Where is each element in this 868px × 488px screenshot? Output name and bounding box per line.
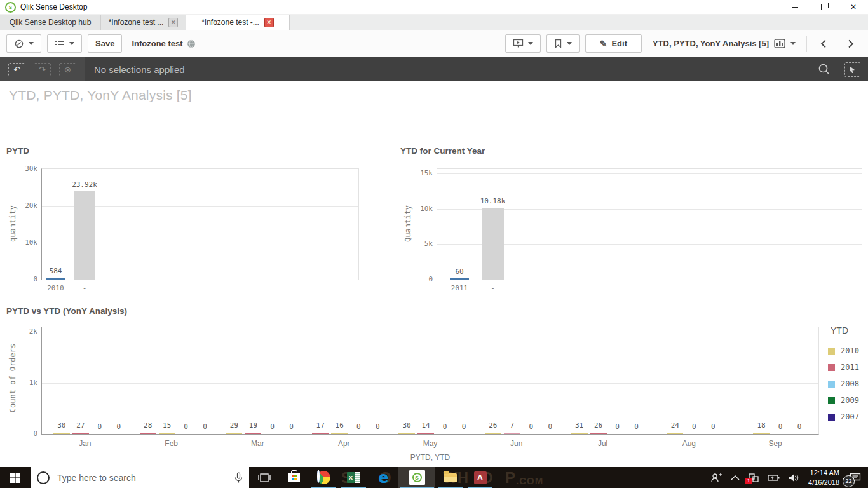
toolbar-divider	[806, 36, 807, 52]
selections-bar-right	[818, 57, 860, 81]
bar-2011[interactable]	[450, 278, 469, 280]
bar-value-label: 0	[117, 423, 121, 431]
legend-item-2008[interactable]: 2008	[828, 376, 859, 392]
selections-tool-icon[interactable]	[844, 62, 860, 77]
bar-Jan[interactable]	[72, 433, 89, 434]
bar-Mar[interactable]	[226, 433, 242, 434]
tab-close-icon[interactable]: ✕	[168, 18, 178, 27]
bar-Jun[interactable]	[485, 433, 501, 434]
bar-value-label: 30	[57, 421, 65, 430]
bar--[interactable]	[74, 191, 95, 280]
bar-value-label: 7	[510, 421, 514, 430]
storytelling-button[interactable]	[505, 34, 541, 53]
bar-Feb[interactable]	[140, 433, 156, 434]
x-axis-month: Feb	[165, 439, 178, 448]
window-titlebar: S Qlik Sense Desktop ✕	[0, 0, 868, 15]
app-name-label: Infozone test	[132, 39, 182, 48]
app-objects-button[interactable]	[47, 34, 82, 53]
close-button[interactable]: ✕	[839, 0, 868, 14]
tab-hub[interactable]: Qlik Sense Desktop hub	[0, 15, 101, 30]
bar-Jul[interactable]	[590, 433, 607, 434]
bar-May[interactable]	[398, 433, 415, 434]
taskbar-search[interactable]	[31, 467, 249, 488]
battery-icon[interactable]	[768, 474, 780, 482]
legend-item-2009[interactable]: 2009	[828, 392, 859, 409]
bar-value-label: 10.18k	[480, 197, 506, 205]
search-icon[interactable]	[818, 63, 831, 76]
legend-label: 2007	[841, 412, 859, 421]
save-button[interactable]: Save	[88, 34, 122, 53]
step-back-icon[interactable]: ↶	[8, 63, 25, 76]
excel-button[interactable]: X	[339, 467, 369, 488]
people-icon[interactable]	[710, 473, 722, 483]
update-notification[interactable]: 1	[748, 473, 759, 483]
x-axis-month: May	[423, 439, 438, 448]
qlik-sense-button-active[interactable]: S	[398, 467, 435, 488]
tab-close-icon[interactable]: ✕	[264, 18, 274, 27]
bar-May[interactable]	[417, 433, 434, 434]
action-center-button[interactable]: 22	[848, 470, 863, 485]
bar-value-label: 19	[249, 421, 257, 430]
start-button[interactable]	[0, 467, 31, 488]
tab-infozone-1[interactable]: *Infozone test ... ✕	[101, 15, 186, 30]
bar-Jan[interactable]	[53, 433, 70, 434]
presentation-icon	[513, 39, 524, 48]
access-button[interactable]: A	[465, 467, 495, 488]
volume-icon[interactable]	[789, 473, 800, 482]
file-explorer-button[interactable]	[435, 467, 465, 488]
bar-value-label: 0	[443, 423, 447, 431]
cortana-icon	[37, 471, 50, 484]
restore-button[interactable]	[810, 0, 839, 14]
bar-2010[interactable]	[46, 278, 65, 280]
y-axis-tick: 20k	[25, 201, 37, 210]
bar-value-label: 0	[692, 423, 696, 431]
step-forward-icon[interactable]: ↷	[34, 63, 51, 76]
chart-ytd-plot: 05k10k15k60201110.18k-	[437, 168, 862, 280]
sheet-selector[interactable]: YTD, PYTD, YonY Analysis [5]	[648, 39, 801, 48]
edge-button[interactable]: e	[369, 467, 398, 488]
legend-label: 2009	[841, 396, 859, 405]
y-axis-label: Quantity	[403, 179, 412, 268]
legend-swatch	[828, 364, 835, 371]
page-title: YTD, PYTD, YonY Analysis [5]	[9, 88, 192, 103]
selection-history-controls: ↶ ↷ ⊗	[0, 57, 85, 81]
qlik-logo-icon: S	[5, 2, 16, 13]
bar-Sep[interactable]	[753, 433, 770, 434]
task-view-button[interactable]	[249, 467, 279, 488]
navigation-menu-button[interactable]	[6, 34, 41, 53]
bar-Apr[interactable]	[331, 433, 348, 434]
bar-value-label: 0	[98, 423, 102, 431]
bar-Jun[interactable]	[504, 433, 520, 434]
legend-item-2011[interactable]: 2011	[828, 359, 859, 376]
previous-sheet-button[interactable]	[813, 34, 834, 53]
clear-selections-icon[interactable]: ⊗	[59, 63, 76, 76]
bar-Aug[interactable]	[667, 433, 683, 434]
bar--[interactable]	[482, 208, 504, 280]
bar-Apr[interactable]	[312, 433, 329, 434]
minimize-button[interactable]	[780, 0, 810, 14]
show-hidden-icons-chevron[interactable]	[731, 475, 740, 480]
bookmarks-button[interactable]	[546, 34, 580, 53]
y-axis-tick: 1k	[29, 379, 37, 387]
microsoft-store-button[interactable]	[279, 467, 309, 488]
bar-Mar[interactable]	[245, 433, 261, 434]
search-input[interactable]	[56, 472, 228, 484]
y-axis-tick: 10k	[420, 205, 433, 213]
tab-infozone-2-active[interactable]: *Infozone test -... ✕	[186, 15, 290, 30]
chrome-button[interactable]	[309, 467, 339, 488]
bar-Jul[interactable]	[571, 433, 588, 434]
next-sheet-button[interactable]	[840, 34, 862, 53]
bar-value-label: 16	[336, 421, 344, 430]
chevron-right-icon	[848, 39, 854, 48]
legend-item-2010[interactable]: 2010	[828, 342, 859, 359]
bar-value-label: 0	[634, 423, 639, 431]
legend-item-2007[interactable]: 2007	[828, 409, 859, 425]
bar-Feb[interactable]	[159, 433, 175, 434]
bar-value-label: 0	[184, 423, 188, 431]
bar-value-label: 0	[376, 423, 380, 431]
edit-button[interactable]: ✎ Edit	[585, 34, 642, 53]
chevron-down-icon	[29, 42, 34, 45]
y-axis-tick: 0	[33, 275, 37, 283]
clock[interactable]: 12:14 AM 4/16/2018	[808, 468, 839, 487]
microphone-icon[interactable]	[234, 472, 243, 484]
